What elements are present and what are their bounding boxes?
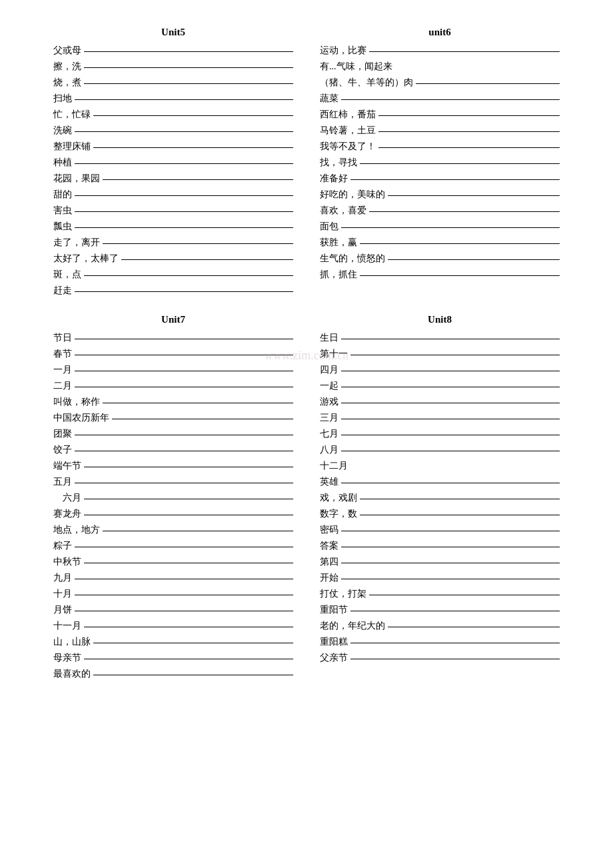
fill-line[interactable] xyxy=(84,627,293,627)
fill-line[interactable] xyxy=(112,419,293,419)
fill-line[interactable] xyxy=(341,403,560,403)
fill-line[interactable] xyxy=(93,643,293,643)
vocab-label: 抓，抓住 xyxy=(320,269,357,281)
fill-line[interactable] xyxy=(369,211,560,212)
fill-line[interactable] xyxy=(75,339,293,339)
list-item: 瓢虫 xyxy=(53,221,293,233)
fill-line[interactable] xyxy=(121,259,293,260)
list-item: 十二月 xyxy=(320,460,560,472)
fill-line[interactable] xyxy=(360,163,560,164)
fill-line[interactable] xyxy=(84,563,293,563)
fill-line[interactable] xyxy=(75,227,293,228)
fill-line[interactable] xyxy=(75,211,293,212)
fill-line[interactable] xyxy=(350,179,560,180)
fill-line[interactable] xyxy=(350,611,560,611)
vocab-label: 密码 xyxy=(320,524,338,536)
fill-line[interactable] xyxy=(341,451,560,451)
fill-line[interactable] xyxy=(75,291,293,292)
fill-line[interactable] xyxy=(75,195,293,196)
fill-line[interactable] xyxy=(388,195,560,196)
fill-line[interactable] xyxy=(75,547,293,547)
vocab-label: 老的，年纪大的 xyxy=(320,620,385,632)
list-item: 有...气味，闻起来 xyxy=(320,61,560,73)
fill-line[interactable] xyxy=(103,179,293,180)
fill-line[interactable] xyxy=(75,131,293,132)
fill-line[interactable] xyxy=(369,595,560,595)
fill-line[interactable] xyxy=(84,659,293,659)
vocab-label: 生气的，愤怒的 xyxy=(320,253,385,265)
fill-line[interactable] xyxy=(84,467,293,467)
fill-line[interactable] xyxy=(75,579,293,579)
list-item: 端午节 xyxy=(53,460,293,472)
fill-line[interactable] xyxy=(341,99,560,100)
vocab-label: 月饼 xyxy=(53,604,72,616)
fill-line[interactable] xyxy=(341,339,560,339)
fill-line[interactable] xyxy=(84,275,293,276)
vocab-label: 赶走 xyxy=(53,285,72,297)
fill-line[interactable] xyxy=(360,275,560,276)
fill-line[interactable] xyxy=(93,147,293,148)
unit5-title: Unit5 xyxy=(53,27,293,38)
fill-line[interactable] xyxy=(341,419,560,419)
fill-line[interactable] xyxy=(378,131,560,132)
fill-line[interactable] xyxy=(93,675,293,675)
vocab-label: 九月 xyxy=(53,572,72,584)
fill-line[interactable] xyxy=(93,115,293,116)
fill-line[interactable] xyxy=(341,435,560,435)
fill-line[interactable] xyxy=(75,387,293,387)
list-item: 面包 xyxy=(320,221,560,233)
fill-line[interactable] xyxy=(416,83,560,84)
fill-line[interactable] xyxy=(75,355,293,355)
fill-line[interactable] xyxy=(341,531,560,531)
fill-line[interactable] xyxy=(341,579,560,579)
vocab-label: 赛龙舟 xyxy=(53,508,81,520)
fill-line[interactable] xyxy=(75,483,293,483)
fill-line[interactable] xyxy=(378,115,560,116)
fill-line[interactable] xyxy=(84,515,293,515)
vocab-label: 地点，地方 xyxy=(53,524,100,536)
list-item: 生日 xyxy=(320,332,560,344)
fill-line[interactable] xyxy=(341,387,560,387)
fill-line[interactable] xyxy=(378,147,560,148)
vocab-label: 节日 xyxy=(53,332,72,344)
fill-line[interactable] xyxy=(341,483,560,483)
list-item: 十一月 xyxy=(53,620,293,632)
fill-line[interactable] xyxy=(75,371,293,371)
fill-line[interactable] xyxy=(350,643,560,643)
list-item: 蔬菜 xyxy=(320,93,560,105)
fill-line[interactable] xyxy=(103,243,293,244)
fill-line[interactable] xyxy=(360,499,560,499)
list-item: 扫地 xyxy=(53,93,293,105)
list-item: 饺子 xyxy=(53,444,293,456)
fill-line[interactable] xyxy=(350,659,560,659)
fill-line[interactable] xyxy=(103,531,293,531)
fill-line[interactable] xyxy=(75,595,293,595)
fill-line[interactable] xyxy=(75,163,293,164)
list-item: 游戏 xyxy=(320,396,560,408)
fill-line[interactable] xyxy=(341,371,560,371)
vocab-label: 春节 xyxy=(53,348,72,360)
fill-line[interactable] xyxy=(350,355,560,355)
fill-line[interactable] xyxy=(103,403,293,403)
unit7-section: Unit7 节日 春节 一月 二月 叫做，称作 中国农历新年 团聚 饺子 端午节… xyxy=(40,314,306,684)
fill-line[interactable] xyxy=(360,515,560,515)
fill-line[interactable] xyxy=(84,83,293,84)
fill-line[interactable] xyxy=(75,99,293,100)
fill-line[interactable] xyxy=(75,611,293,611)
fill-line[interactable] xyxy=(360,243,560,244)
fill-line[interactable] xyxy=(369,51,560,52)
fill-line[interactable] xyxy=(388,259,560,260)
fill-line[interactable] xyxy=(341,227,560,228)
fill-line[interactable] xyxy=(341,547,560,547)
fill-line[interactable] xyxy=(84,499,293,499)
fill-line[interactable] xyxy=(388,627,560,627)
vocab-label: 叫做，称作 xyxy=(53,396,100,408)
fill-line[interactable] xyxy=(84,51,293,52)
vocab-label: 母亲节 xyxy=(53,652,81,664)
fill-line[interactable] xyxy=(341,563,560,563)
fill-line[interactable] xyxy=(84,67,293,68)
fill-line[interactable] xyxy=(75,451,293,451)
vocab-label: 甜的 xyxy=(53,189,72,201)
fill-line[interactable] xyxy=(75,435,293,435)
list-item: 团聚 xyxy=(53,428,293,440)
